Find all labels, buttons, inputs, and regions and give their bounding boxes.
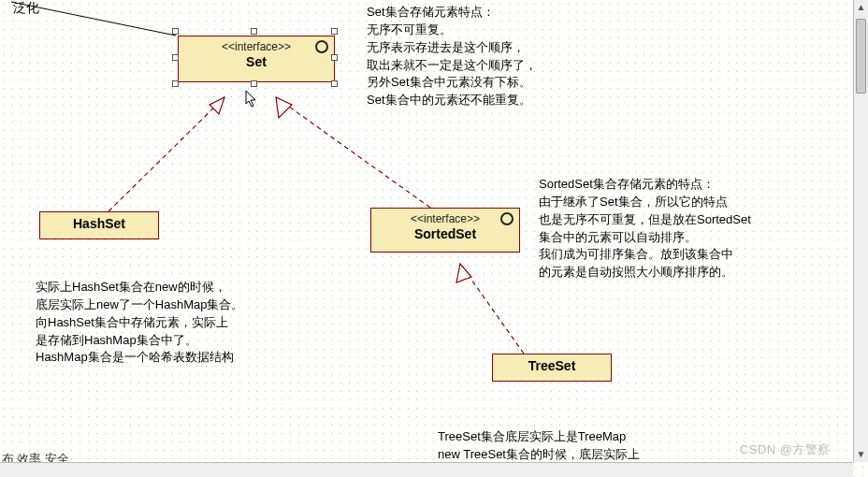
hashset-note: 实际上HashSet集合在new的时候， 底层实际上new了一个HashMap集… bbox=[36, 279, 244, 367]
svg-marker-1 bbox=[276, 97, 292, 118]
resize-handle-w[interactable] bbox=[172, 54, 179, 61]
scroll-thumb[interactable] bbox=[856, 19, 866, 94]
interface-icon bbox=[500, 212, 514, 225]
class-sortedset[interactable]: <<interface>> SortedSet bbox=[370, 208, 520, 253]
vertical-scrollbar[interactable]: ▲ ▼ bbox=[853, 0, 868, 462]
class-hashset[interactable]: HashSet bbox=[39, 211, 159, 239]
resize-handle-ne[interactable] bbox=[331, 28, 338, 35]
sortedset-stereotype: <<interface>> bbox=[377, 212, 514, 226]
horizontal-scrollbar[interactable] bbox=[0, 462, 853, 477]
resize-handle-nw[interactable] bbox=[172, 28, 179, 35]
scroll-down-arrow[interactable]: ▼ bbox=[854, 447, 868, 462]
hashset-name: HashSet bbox=[46, 216, 152, 233]
treeset-note: TreeSet集合底层实际上是TreeMap new TreeSet集合的时候，… bbox=[438, 428, 640, 464]
resize-handle-se[interactable] bbox=[331, 80, 338, 87]
svg-marker-2 bbox=[456, 264, 471, 282]
resize-handle-s[interactable] bbox=[251, 80, 257, 87]
class-treeset[interactable]: TreeSet bbox=[492, 354, 612, 382]
treeset-name: TreeSet bbox=[499, 358, 605, 375]
svg-marker-0 bbox=[210, 97, 224, 114]
scroll-up-arrow[interactable]: ▲ bbox=[854, 0, 868, 15]
interface-icon bbox=[315, 40, 328, 53]
resize-handle-e[interactable] bbox=[331, 54, 338, 61]
sortedset-note: SortedSet集合存储元素的特点： 由于继承了Set集合，所以它的特点 也是… bbox=[539, 176, 751, 282]
diagram-canvas[interactable]: 泛化 <<interface>> Set Set集合存储元素特点： 无序不可重复… bbox=[0, 0, 868, 477]
generalization-label: 泛化 bbox=[13, 0, 39, 17]
class-set[interactable]: <<interface>> Set bbox=[178, 36, 335, 82]
set-note: Set集合存储元素特点： 无序不可重复。 无序表示存进去是这个顺序， 取出来就不… bbox=[367, 4, 537, 109]
watermark-text: CSDN @方警察 bbox=[740, 441, 831, 458]
cursor-icon bbox=[245, 90, 258, 108]
resize-handle-sw[interactable] bbox=[172, 80, 179, 87]
set-stereotype: <<interface>> bbox=[184, 40, 328, 54]
sortedset-name: SortedSet bbox=[377, 226, 514, 243]
resize-handle-n[interactable] bbox=[251, 28, 257, 35]
set-name: Set bbox=[184, 54, 328, 71]
